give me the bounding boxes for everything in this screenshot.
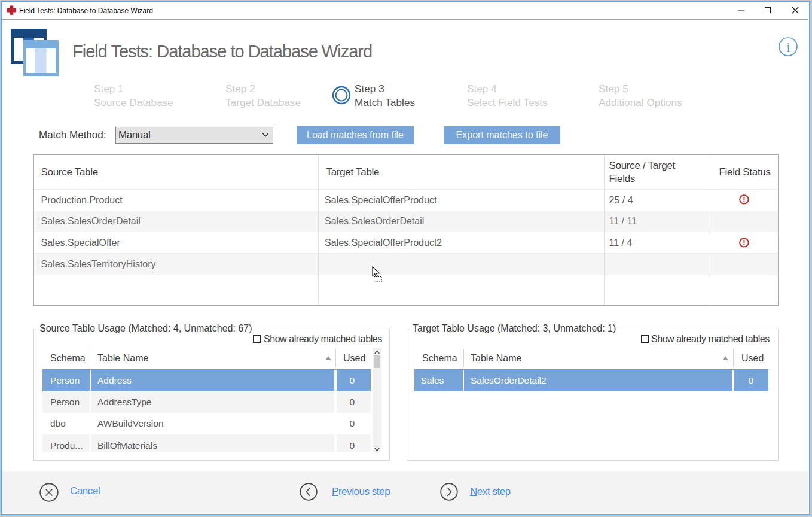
svg-text:i: i	[786, 39, 790, 55]
